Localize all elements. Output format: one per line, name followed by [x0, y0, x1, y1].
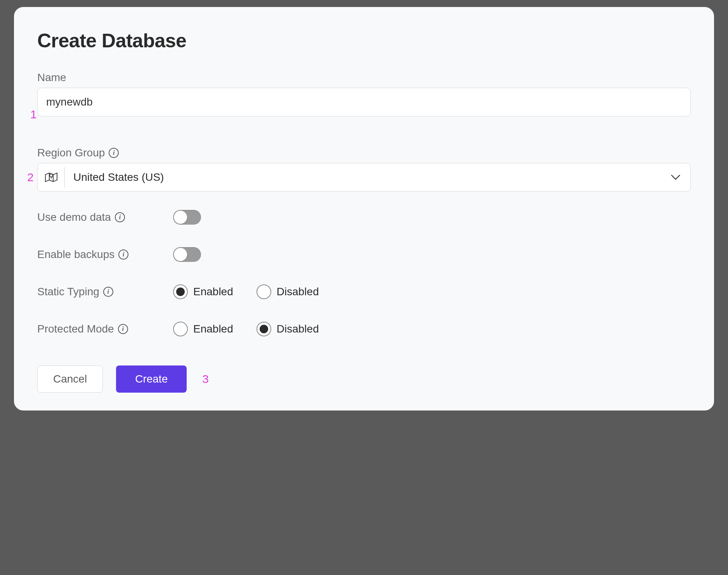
- demo-data-toggle[interactable]: [173, 210, 201, 225]
- annotation-2: 2: [27, 171, 34, 184]
- backups-row: Enable backups i: [37, 243, 691, 266]
- static-typing-radio-group: Enabled Disabled: [173, 284, 691, 299]
- annotation-3: 3: [202, 372, 209, 386]
- name-label-text: Name: [37, 71, 66, 84]
- create-button[interactable]: Create: [116, 365, 187, 393]
- static-typing-disabled-option[interactable]: Disabled: [257, 284, 319, 299]
- region-label-text: Region Group: [37, 147, 105, 159]
- radio-label: Enabled: [193, 323, 233, 335]
- radio-label: Disabled: [277, 323, 319, 335]
- cancel-button[interactable]: Cancel: [37, 365, 103, 393]
- demo-data-row: Use demo data i: [37, 206, 691, 229]
- radio-button: [173, 284, 188, 299]
- protected-mode-row: Protected Mode i Enabled Disabled: [37, 317, 691, 341]
- static-typing-row: Static Typing i Enabled Disabled: [37, 280, 691, 303]
- create-database-dialog: Create Database 1 Name 2 Region Group i …: [14, 7, 714, 410]
- static-typing-label-text: Static Typing: [37, 286, 99, 298]
- demo-data-label: Use demo data i: [37, 211, 173, 223]
- backups-toggle[interactable]: [173, 247, 201, 262]
- protected-mode-disabled-option[interactable]: Disabled: [257, 322, 319, 336]
- dialog-actions: Cancel Create 3: [37, 365, 691, 393]
- region-selected-value: United States (US): [65, 171, 670, 184]
- svg-point-0: [50, 174, 53, 177]
- dialog-title: Create Database: [37, 29, 691, 52]
- backups-label: Enable backups i: [37, 248, 173, 261]
- annotation-1: 1: [30, 108, 37, 121]
- name-input[interactable]: [37, 88, 691, 116]
- info-icon[interactable]: i: [118, 324, 128, 334]
- demo-data-label-text: Use demo data: [37, 211, 111, 223]
- toggle-knob: [174, 211, 187, 224]
- radio-label: Disabled: [277, 286, 319, 298]
- protected-mode-label-text: Protected Mode: [37, 323, 114, 335]
- region-field-block: 2 Region Group i United States (US): [37, 147, 691, 192]
- info-icon[interactable]: i: [109, 148, 119, 158]
- name-label: Name: [37, 71, 691, 84]
- info-icon[interactable]: i: [118, 249, 128, 260]
- radio-label: Enabled: [193, 286, 233, 298]
- map-icon: [38, 167, 65, 187]
- region-select[interactable]: United States (US): [37, 163, 691, 192]
- protected-mode-enabled-option[interactable]: Enabled: [173, 322, 233, 336]
- static-typing-enabled-option[interactable]: Enabled: [173, 284, 233, 299]
- radio-button: [257, 284, 271, 299]
- backups-label-text: Enable backups: [37, 248, 114, 261]
- static-typing-label: Static Typing i: [37, 286, 173, 298]
- chevron-down-icon: [670, 172, 681, 183]
- region-label: Region Group i: [37, 147, 691, 159]
- name-field-block: 1 Name: [37, 71, 691, 116]
- info-icon[interactable]: i: [103, 287, 113, 297]
- protected-mode-label: Protected Mode i: [37, 323, 173, 335]
- toggle-knob: [174, 248, 187, 261]
- radio-button: [257, 322, 271, 336]
- radio-button: [173, 322, 188, 336]
- info-icon[interactable]: i: [115, 212, 125, 222]
- protected-mode-radio-group: Enabled Disabled: [173, 322, 691, 336]
